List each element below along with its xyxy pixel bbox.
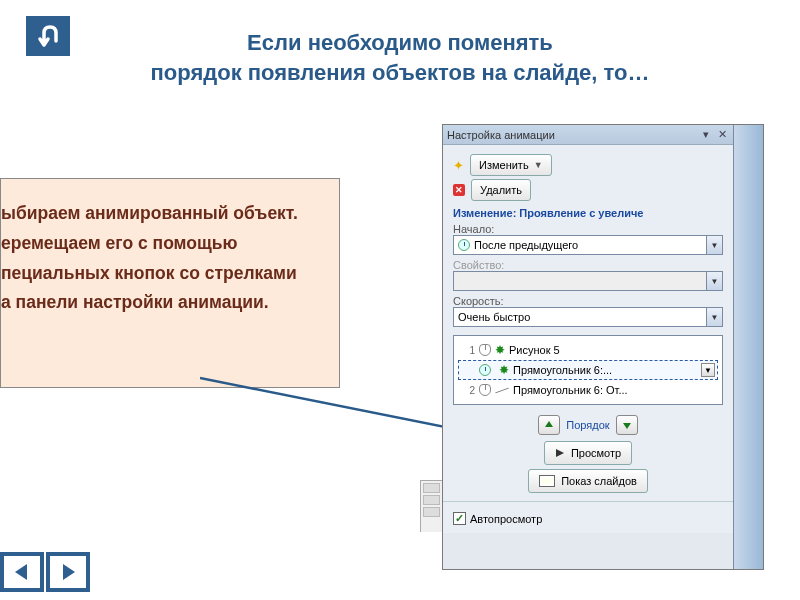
effect-star-icon: ✸ (499, 363, 509, 377)
arrow-right-icon (57, 561, 79, 583)
speed-value: Очень быстро (458, 311, 530, 323)
chevron-down-icon: ▼ (706, 236, 722, 254)
svg-marker-5 (15, 564, 27, 580)
arrow-up-icon (543, 419, 555, 431)
item-number: 2 (461, 385, 475, 396)
property-label: Свойство: (453, 259, 723, 271)
prev-slide-button[interactable] (0, 552, 44, 592)
mouse-icon (479, 384, 491, 396)
property-combo: ▼ (453, 271, 723, 291)
slideshow-button[interactable]: Показ слайдов (528, 469, 648, 493)
effect-star-icon: ✸ (495, 343, 505, 357)
change-button[interactable]: Изменить ▼ (470, 154, 552, 176)
slide-thumb-strip (420, 480, 442, 532)
path-line-icon (495, 387, 508, 393)
panel-titlebar: Настройка анимации ▾ ✕ (443, 125, 733, 145)
clock-icon (458, 239, 470, 251)
taskpane-sidebar (733, 125, 763, 569)
play-icon (555, 448, 565, 458)
star-icon: ✦ (453, 158, 464, 173)
autopreview-label: Автопросмотр (470, 513, 542, 525)
svg-marker-3 (623, 423, 631, 429)
animation-panel: Настройка анимации ▾ ✕ ✦ Изменить ▼ ✕ Уд… (442, 124, 764, 570)
arrow-down-icon (621, 419, 633, 431)
arrow-left-icon (11, 561, 33, 583)
start-combo[interactable]: После предыдущего ▼ (453, 235, 723, 255)
delete-x-icon: ✕ (453, 184, 465, 196)
change-button-label: Изменить (479, 159, 529, 171)
animation-item[interactable]: 1 ✸ Рисунок 5 (458, 340, 718, 360)
speed-label: Скорость: (453, 295, 723, 307)
instruction-box: ыбираем анимированный объект. еремещаем … (0, 178, 340, 388)
item-number: 1 (461, 345, 475, 356)
delete-button-label: Удалить (480, 184, 522, 196)
title-line-1: Если необходимо поменять (247, 30, 553, 55)
close-icon[interactable]: ✕ (715, 128, 729, 142)
preview-button[interactable]: Просмотр (544, 441, 632, 465)
instruction-line: ыбираем анимированный объект. (1, 199, 331, 229)
move-up-button[interactable] (538, 415, 560, 435)
divider (443, 501, 733, 502)
mouse-icon (479, 344, 491, 356)
panel-title: Настройка анимации (447, 129, 697, 141)
effect-section-label: Изменение: Проявление с увеличе (453, 207, 723, 219)
svg-marker-2 (545, 421, 553, 427)
dropdown-icon[interactable]: ▾ (699, 128, 713, 142)
order-label: Порядок (566, 419, 609, 431)
svg-marker-4 (556, 449, 564, 457)
item-text: Прямоугольник 6: От... (513, 384, 715, 396)
preview-label: Просмотр (571, 447, 621, 459)
slide-title: Если необходимо поменять порядок появлен… (36, 28, 764, 87)
svg-marker-6 (63, 564, 75, 580)
instruction-line: еремещаем его с помощью (1, 229, 331, 259)
chevron-down-icon: ▼ (706, 308, 722, 326)
title-line-2: порядок появления объектов на слайде, то… (151, 60, 650, 85)
start-value: После предыдущего (474, 239, 578, 251)
slide-nav (0, 552, 90, 592)
item-dropdown-icon[interactable]: ▼ (701, 363, 715, 377)
instruction-line: пециальных кнопок со стрелками (1, 259, 331, 289)
checkbox-checked-icon[interactable]: ✓ (453, 512, 466, 525)
animation-item[interactable]: 2 Прямоугольник 6: От... (458, 380, 718, 400)
move-down-button[interactable] (616, 415, 638, 435)
start-label: Начало: (453, 223, 723, 235)
animation-list: 1 ✸ Рисунок 5 ✸ Прямоугольник 6:... ▼ 2 (453, 335, 723, 405)
delete-button[interactable]: Удалить (471, 179, 531, 201)
order-controls: Порядок (453, 415, 723, 435)
animation-item-selected[interactable]: ✸ Прямоугольник 6:... ▼ (458, 360, 718, 380)
item-text: Рисунок 5 (509, 344, 715, 356)
clock-icon (479, 364, 491, 376)
chevron-down-icon: ▼ (534, 160, 543, 170)
slideshow-icon (539, 475, 555, 487)
autopreview-row[interactable]: ✓ Автопросмотр (453, 510, 723, 525)
item-text: Прямоугольник 6:... (513, 364, 697, 376)
slideshow-label: Показ слайдов (561, 475, 637, 487)
next-slide-button[interactable] (46, 552, 90, 592)
instruction-line: а панели настройки анимации. (1, 288, 331, 318)
speed-combo[interactable]: Очень быстро ▼ (453, 307, 723, 327)
